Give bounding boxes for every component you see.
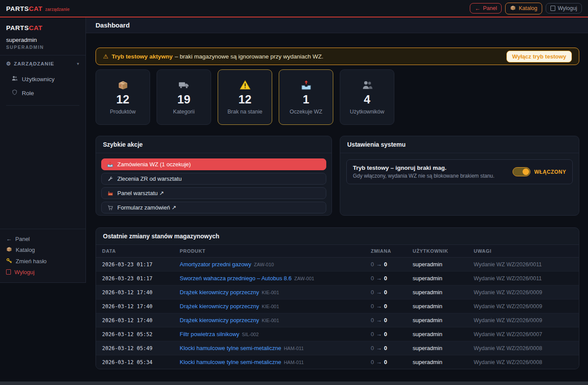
toggle-knob	[523, 168, 529, 175]
sidebar-link-zmien-haslo[interactable]: Zmień hasło	[6, 255, 79, 267]
stat-label: Produktów	[110, 109, 136, 115]
stock-changes-card: Ostatnie zmiany stanów magazynowych DATA…	[96, 227, 579, 369]
arrow-right-icon: →	[376, 303, 382, 309]
package-icon	[117, 79, 129, 91]
sidebar-brand-cat: CAT	[29, 24, 42, 31]
test-mode-toggle[interactable]	[513, 167, 530, 176]
topbar-brand: PARTSCAT zarządzanie	[6, 5, 70, 12]
row-note: Wydanie WZ WZ/2026/0009	[468, 313, 579, 327]
product-link[interactable]: Drążek kierowniczy poprzeczny	[180, 317, 259, 323]
row-product-cell: Drążek kierowniczy poprzecznyKIE-001	[174, 313, 365, 327]
product-link[interactable]: Amortyzator przedni gazowy	[180, 261, 251, 268]
action-zlecenia-zr-button[interactable]: Zlecenia ZR od warsztatu	[101, 173, 326, 185]
change-from: 0	[371, 275, 374, 282]
row-change-cell: 0→0	[365, 272, 407, 285]
row-note: Wydanie WZ WZ/2026/0008	[468, 341, 579, 355]
sidebar-section-header[interactable]: ⚙ ZARZĄDZANIE ▾	[6, 61, 79, 67]
arrow-right-icon: →	[376, 261, 382, 268]
sidebar-link-panel[interactable]: ← Panel	[6, 234, 79, 244]
product-sku: KIE-001	[262, 304, 279, 309]
stat-card-produkty: 12 Produktów	[96, 69, 150, 125]
sidebar-link-label: Katalog	[16, 247, 35, 253]
wrench-icon	[107, 176, 113, 182]
topbar-logout-label: Wyloguj	[558, 5, 577, 11]
brand-suffix: zarządzanie	[45, 7, 69, 12]
row-user: superadmin	[407, 355, 468, 369]
row-product-cell: Filtr powietrza silnikowySIL-002	[174, 327, 365, 341]
action-zamowienia-wz-button[interactable]: Zamówienia WZ (1 oczekuje)	[101, 158, 326, 170]
arrow-right-icon: →	[376, 331, 382, 337]
arrow-right-icon: →	[376, 275, 382, 282]
sidebar-brand-block: PARTSCAT superadmin SUPERADMIN	[0, 17, 85, 55]
change-from: 0	[371, 331, 374, 337]
key-icon	[6, 258, 12, 265]
arrow-right-icon: →	[376, 317, 382, 323]
sidebar-link-label: Wyloguj	[14, 269, 34, 275]
action-label: Zamówienia WZ (1 oczekuje)	[117, 161, 191, 168]
users-icon	[362, 79, 373, 91]
row-user: superadmin	[407, 299, 468, 313]
table-row: 2026-03-12 05:34 Klocki hamulcowe tylne …	[96, 355, 579, 369]
users-icon	[11, 75, 18, 83]
change-to: 0	[384, 345, 387, 351]
arrow-left-icon: ←	[6, 236, 12, 242]
topbar-katalog-button[interactable]: Katalog	[505, 3, 542, 14]
change-to: 0	[384, 289, 387, 296]
change-to: 0	[384, 331, 387, 337]
row-note: Wydanie WZ WZ/2026/0009	[468, 299, 579, 313]
row-user: superadmin	[407, 327, 468, 341]
chevron-down-icon: ▾	[77, 62, 79, 66]
product-link[interactable]: Sworzeń wahacza przedniego – Autobus 8.6	[180, 275, 292, 282]
disable-test-mode-button[interactable]: Wyłącz tryb testowy	[506, 51, 572, 62]
main-area: Dashboard ⚠ Tryb testowy aktywny – braki…	[86, 17, 588, 384]
sidebar-link-katalog[interactable]: Katalog	[6, 244, 79, 255]
brand-cat: CAT	[29, 5, 42, 12]
row-note: Wydanie WZ WZ/2026/0008	[468, 355, 579, 369]
sidebar-role-badge: SUPERADMIN	[6, 45, 79, 50]
change-from: 0	[371, 345, 374, 351]
table-row: 2026-03-12 17:40 Drążek kierowniczy popr…	[96, 299, 579, 313]
product-sku: KIE-001	[262, 290, 279, 295]
outbox-icon	[301, 79, 312, 91]
row-note: Wydanie WZ WZ/2026/0011	[468, 258, 579, 272]
row-change-cell: 0→0	[365, 285, 407, 299]
door-icon	[6, 269, 11, 275]
sidebar-item-role[interactable]: Role	[6, 86, 79, 100]
row-product-cell: Amortyzator przedni gazowyZAW-010	[174, 258, 365, 272]
product-link[interactable]: Filtr powietrza silnikowy	[180, 331, 239, 337]
stat-label: Oczekuje WZ	[290, 109, 322, 115]
stat-label: Użytkowników	[350, 109, 384, 115]
bottom-band	[0, 382, 588, 385]
sidebar-section-zarzadzanie: ⚙ ZARZĄDZANIE ▾ Użytkownicy Role	[0, 55, 85, 106]
setting-description: Gdy włączony, wydania WZ nie są blokowan…	[353, 173, 495, 179]
product-link[interactable]: Drążek kierowniczy poprzeczny	[180, 289, 259, 296]
product-link[interactable]: Klocki hamulcowe tylne semi-metaliczne	[180, 345, 281, 351]
sidebar-section-label: ZARZĄDZANIE	[14, 61, 55, 66]
row-change-cell: 0→0	[365, 327, 407, 341]
sidebar-item-uzytkownicy[interactable]: Użytkownicy	[6, 72, 79, 86]
system-settings-panel: Ustawienia systemu Tryb testowy – ignoru…	[340, 136, 579, 216]
topbar-logout-button[interactable]: Wyloguj	[546, 3, 582, 14]
change-to: 0	[384, 275, 387, 282]
action-panel-warsztatu-button[interactable]: Panel warsztatu ↗	[101, 187, 326, 199]
column-uwagi: UWAGI	[468, 245, 579, 258]
table-row: 2026-03-12 17:40 Drążek kierowniczy popr…	[96, 313, 579, 327]
product-link[interactable]: Klocki hamulcowe tylne semi-metaliczne	[180, 359, 281, 365]
sidebar-link-label: Zmień hasło	[16, 258, 47, 265]
product-sku: ZAW-001	[294, 276, 315, 281]
row-note: Wydanie WZ WZ/2026/0007	[468, 327, 579, 341]
column-zmiana: ZMIANA	[365, 245, 407, 258]
cart-icon	[107, 205, 113, 211]
action-formularz-zamowien-button[interactable]: Formularz zamówień ↗	[101, 202, 326, 213]
action-label: Formularz zamówień ↗	[117, 204, 176, 211]
arrow-left-icon: ←	[475, 6, 480, 11]
table-row: 2026-03-23 01:17 Sworzeń wahacza przedni…	[96, 272, 579, 285]
test-mode-banner: ⚠ Tryb testowy aktywny – braki magazynow…	[96, 48, 579, 65]
page-title: Dashboard	[96, 21, 130, 29]
product-sku: SIL-002	[242, 332, 259, 337]
product-link[interactable]: Drążek kierowniczy poprzeczny	[180, 303, 259, 309]
topbar-panel-button[interactable]: ← Panel	[470, 3, 502, 14]
row-date: 2026-03-12 17:40	[96, 313, 174, 327]
sidebar-link-wyloguj[interactable]: Wyloguj	[6, 267, 79, 277]
table-row: 2026-03-12 05:49 Klocki hamulcowe tylne …	[96, 341, 579, 355]
